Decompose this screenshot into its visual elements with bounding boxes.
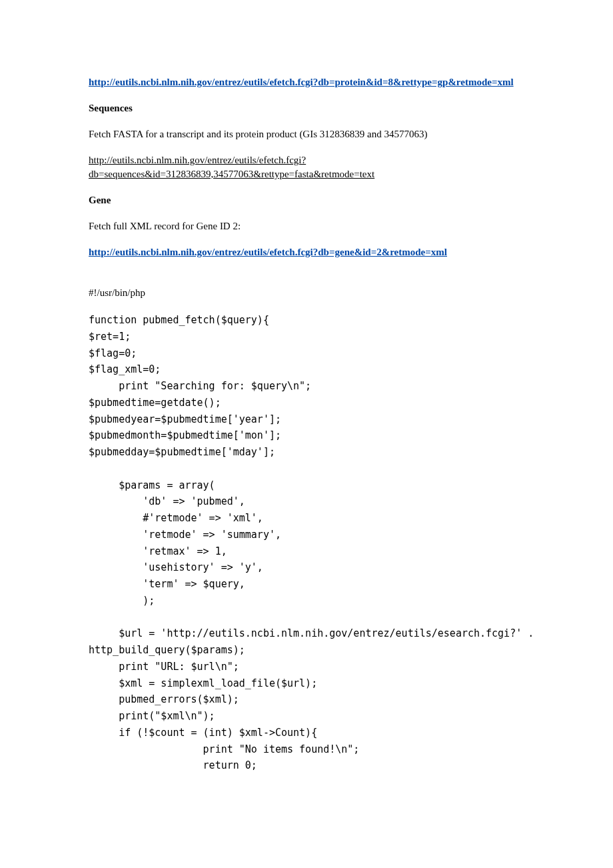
protein-url-link[interactable]: http://eutils.ncbi.nlm.nih.gov/entrez/eu… [89,77,514,87]
gene-url-link[interactable]: http://eutils.ncbi.nlm.nih.gov/entrez/eu… [89,247,447,257]
php-code-block: function pubmed_fetch($query){ $ret=1; $… [89,312,524,774]
gene-heading: Gene [89,195,111,205]
sequences-url-link[interactable]: http://eutils.ncbi.nlm.nih.gov/entrez/eu… [89,155,374,179]
gene-description: Fetch full XML record for Gene ID 2: [89,221,241,231]
sequences-description: Fetch FASTA for a transcript and its pro… [89,129,427,139]
shebang-line: #!/usr/bin/php [89,287,145,298]
sequences-heading: Sequences [89,103,133,113]
